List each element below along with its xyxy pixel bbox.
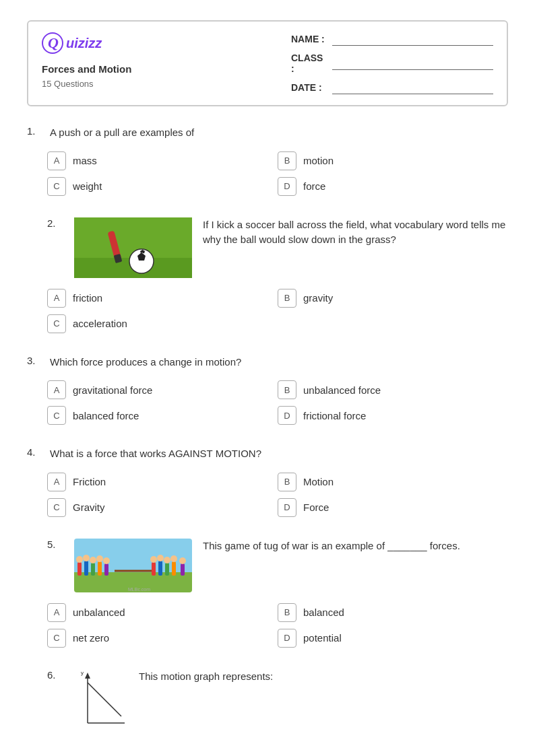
answer-text-2b: gravity	[303, 292, 333, 304]
answer-4d: D Force	[278, 498, 508, 517]
class-line	[332, 57, 493, 70]
answer-text-4d: Force	[303, 502, 329, 513]
question-3-answers: A gravitational force B unbalanced force…	[27, 380, 508, 425]
question-5-header: 5.	[27, 539, 508, 592]
quiz-count: 15 Questions	[42, 79, 131, 89]
answer-letter-3c: C	[47, 406, 66, 425]
answer-text-1a: mass	[73, 155, 97, 166]
header-box: Q uizizz Forces and Motion 15 Questions …	[27, 20, 508, 106]
answer-text-3b: unbalanced force	[303, 384, 381, 396]
answer-letter-5a: A	[47, 603, 66, 622]
answer-1d: D force	[278, 177, 508, 196]
question-2-text: If I kick a soccer ball across the field…	[203, 217, 508, 278]
answer-4b: B Motion	[278, 473, 508, 491]
svg-point-25	[164, 557, 170, 563]
answer-5b: B balanced	[278, 603, 508, 622]
question-6: 6. y This motion graph represents:	[27, 669, 508, 730]
answer-text-3d: frictional force	[303, 410, 366, 421]
answer-text-5a: unbalanced	[73, 607, 125, 618]
question-6-header: 6. y This motion graph represents:	[27, 669, 508, 730]
answer-text-5c: net zero	[73, 632, 109, 644]
svg-rect-26	[172, 561, 176, 576]
answer-text-1b: motion	[303, 155, 334, 166]
question-2-answers: A friction B gravity C acceleration	[27, 289, 508, 333]
answer-4a: A Friction	[47, 473, 278, 491]
name-label: NAME :	[291, 34, 328, 44]
svg-point-18	[103, 557, 110, 564]
answer-text-2c: acceleration	[73, 318, 127, 329]
question-3-num: 3.	[27, 355, 43, 366]
date-field-row: DATE :	[291, 81, 493, 94]
question-5-text: This game of tug of war is an example of…	[203, 539, 508, 592]
answer-letter-3a: A	[47, 380, 66, 399]
header-right: NAME : CLASS : DATE :	[291, 32, 493, 94]
date-label: DATE :	[291, 82, 328, 93]
name-field-row: NAME :	[291, 32, 493, 46]
question-4-header: 4. What is a force that works AGAINST MO…	[27, 446, 508, 462]
answer-letter-3d: D	[278, 406, 296, 425]
answer-letter-1c: C	[47, 177, 66, 196]
answer-letter-5b: B	[278, 603, 296, 622]
svg-text:y: y	[81, 670, 84, 676]
answer-1c: C weight	[47, 177, 278, 196]
answer-letter-2b: B	[278, 289, 296, 308]
svg-point-27	[170, 555, 177, 562]
question-1: 1. A push or a pull are examples of A ma…	[27, 125, 508, 196]
question-5-num: 5.	[47, 539, 63, 592]
svg-rect-28	[181, 563, 185, 576]
answer-text-1c: weight	[73, 180, 102, 192]
question-5: 5.	[27, 539, 508, 648]
answer-text-1d: force	[303, 180, 325, 192]
svg-point-10	[76, 556, 83, 563]
answer-letter-4d: D	[278, 498, 296, 517]
answer-text-2a: friction	[73, 292, 102, 304]
svg-rect-24	[165, 563, 169, 576]
question-2: 2. If I kick a soccer ball across the fi…	[27, 217, 508, 333]
graph-svg: y	[74, 669, 128, 730]
soccer-svg	[74, 217, 192, 278]
question-5-answers: A unbalanced B balanced C net zero D pot…	[27, 603, 508, 648]
answer-1a: A mass	[47, 151, 278, 170]
answer-letter-1d: D	[278, 177, 296, 196]
answer-letter-2c: C	[47, 314, 66, 333]
question-4-num: 4.	[27, 446, 43, 458]
svg-point-29	[179, 557, 186, 564]
graph-image: y	[74, 669, 128, 730]
svg-text:MLBc.com: MLBc.com	[128, 587, 150, 592]
svg-point-14	[90, 557, 96, 563]
answer-letter-5d: D	[278, 629, 296, 648]
answer-text-4c: Gravity	[73, 502, 105, 513]
svg-point-12	[83, 555, 90, 561]
svg-point-21	[150, 556, 157, 563]
question-1-header: 1. A push or a pull are examples of	[27, 125, 508, 141]
svg-line-35	[88, 683, 121, 716]
quiz-title: Forces and Motion	[42, 63, 131, 75]
header-left: Q uizizz Forces and Motion 15 Questions	[42, 32, 131, 89]
question-2-num: 2.	[47, 217, 63, 278]
question-4-text: What is a force that works AGAINST MOTIO…	[50, 446, 508, 462]
answer-5a: A unbalanced	[47, 603, 278, 622]
svg-point-16	[96, 555, 103, 562]
tug-image: MLBc.com	[74, 539, 192, 592]
svg-rect-20	[152, 562, 156, 576]
name-line	[332, 32, 493, 46]
answer-text-3a: gravitational force	[73, 384, 152, 396]
question-1-num: 1.	[27, 125, 43, 137]
svg-point-23	[157, 555, 164, 561]
class-label: CLASS :	[291, 53, 328, 74]
svg-rect-22	[158, 561, 162, 576]
answer-2b: B gravity	[278, 289, 508, 308]
question-3-header: 3. Which force produces a change in moti…	[27, 355, 508, 370]
answer-letter-4c: C	[47, 498, 66, 517]
svg-rect-13	[91, 563, 95, 576]
logo-icon: Q	[42, 32, 63, 54]
answer-text-3c: balanced force	[73, 410, 139, 421]
answer-3a: A gravitational force	[47, 380, 278, 399]
svg-rect-11	[84, 561, 88, 576]
question-3: 3. Which force produces a change in moti…	[27, 355, 508, 425]
question-6-text: This motion graph represents:	[139, 669, 508, 685]
svg-rect-15	[98, 561, 102, 576]
question-3-text: Which force produces a change in motion?	[50, 355, 508, 370]
answer-text-5b: balanced	[303, 607, 344, 618]
question-1-answers: A mass B motion C weight D force	[27, 151, 508, 196]
